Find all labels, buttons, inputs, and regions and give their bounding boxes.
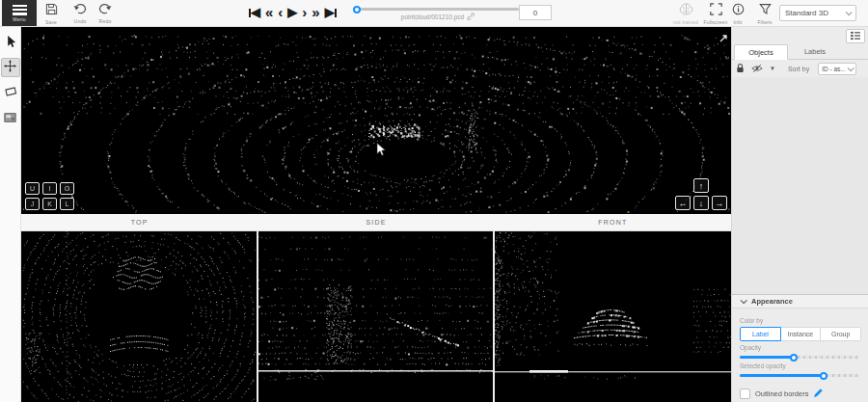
expand-list-button[interactable]: ▼ xyxy=(770,66,775,71)
outlined-borders-row: Outlined borders xyxy=(740,385,860,402)
top-view-label: TOP xyxy=(21,214,258,230)
arrow-up-button[interactable]: ↑ xyxy=(693,178,709,193)
caret-down-icon: ▼ xyxy=(770,66,775,71)
undo-label: Undo xyxy=(74,18,87,24)
brain-icon xyxy=(679,3,693,18)
outlined-borders-checkbox[interactable] xyxy=(740,389,750,399)
hide-all-button[interactable] xyxy=(751,62,763,76)
annotation-app: Menu Save Undo Redo ◀ « ‹ ▶ › » ▶ xyxy=(0,0,868,402)
opacity-slider-handle[interactable] xyxy=(790,354,798,362)
save-label: Save xyxy=(45,19,57,25)
list-icon xyxy=(850,29,861,43)
panel-tabs: Objects Labels xyxy=(732,43,868,60)
previous-frame-button[interactable]: ‹ xyxy=(276,4,285,21)
pointcloud-3d-canvas[interactable] xyxy=(21,27,731,214)
info-button[interactable]: Info xyxy=(725,0,750,27)
arrow-left-button[interactable]: ← xyxy=(675,196,691,210)
key-l-button[interactable]: L xyxy=(60,198,74,210)
appearance-body: Color by Label Instance Group Opacity Se… xyxy=(732,308,868,402)
view-label-strip: TOP SIDE FRONT xyxy=(21,214,731,231)
selected-opacity-slider-handle[interactable] xyxy=(820,372,827,380)
cuboid-tool-button[interactable] xyxy=(1,83,20,102)
nav-arrow-pad: ↑ ← ↓ → xyxy=(675,178,727,210)
image-icon xyxy=(4,111,16,125)
redo-icon xyxy=(98,3,112,17)
skip-to-start-button[interactable]: ◀ xyxy=(247,4,262,21)
key-j-button[interactable]: J xyxy=(25,198,40,210)
tool-rail xyxy=(0,27,21,402)
chevron-down-icon xyxy=(846,9,853,15)
frame-number-input[interactable] xyxy=(519,5,552,20)
selected-opacity-slider-fill xyxy=(740,374,824,377)
selected-opacity-slider[interactable] xyxy=(740,374,859,377)
arrow-right-button[interactable]: → xyxy=(712,196,727,210)
filename-label: pointcloud/001210.pcd xyxy=(401,13,464,20)
fullscreen-label: Fullscreen xyxy=(703,19,727,25)
floppy-icon xyxy=(45,3,58,18)
menu-label: Menu xyxy=(13,16,25,22)
fast-forward-icon: » xyxy=(312,4,319,21)
color-mode-group-button[interactable]: Group xyxy=(821,327,861,341)
panel-layout-button[interactable] xyxy=(846,29,865,43)
top-view-canvas[interactable] xyxy=(21,231,257,402)
color-mode-label-button[interactable]: Label xyxy=(740,327,781,341)
move-tool-button[interactable] xyxy=(1,58,20,77)
cuboid-icon xyxy=(4,86,17,100)
fast-rewind-button[interactable]: « xyxy=(263,4,275,21)
top-toolbar: Menu Save Undo Redo ◀ « ‹ ▶ › » ▶ xyxy=(0,0,868,27)
filter-icon xyxy=(759,3,772,18)
redo-label: Redo xyxy=(99,18,112,24)
fullscreen-icon xyxy=(710,3,722,18)
panel-top-bar xyxy=(732,27,868,43)
right-panel: Objects Labels ▼ Sort by ID - as... Appe… xyxy=(731,27,868,402)
play-icon: ▶ xyxy=(287,4,297,21)
key-o-button[interactable]: O xyxy=(60,182,74,195)
pencil-icon[interactable] xyxy=(813,385,824,402)
skip-end-icon: ▶ xyxy=(325,4,335,21)
info-icon xyxy=(732,3,745,18)
next-frame-button[interactable]: › xyxy=(300,4,309,21)
side-view-label: SIDE xyxy=(258,214,494,230)
tab-objects[interactable]: Objects xyxy=(734,44,788,60)
mode-select-value: Standard 3D xyxy=(785,9,828,17)
hamburger-icon xyxy=(13,5,27,15)
save-button[interactable]: Save xyxy=(39,0,64,27)
ai-model-label: not trained xyxy=(673,19,698,25)
image-view-tool-button[interactable] xyxy=(1,108,20,127)
appearance-section-header[interactable]: Appearance xyxy=(732,294,868,308)
front-view-canvas[interactable] xyxy=(495,231,731,402)
mode-select[interactable]: Standard 3D xyxy=(779,5,856,21)
arrow-down-button[interactable]: ↓ xyxy=(693,196,709,210)
ai-model-button[interactable]: not trained xyxy=(671,0,700,27)
previous-icon: ‹ xyxy=(278,4,283,21)
menu-button[interactable]: Menu xyxy=(2,0,37,26)
sort-select[interactable]: ID - as... xyxy=(818,63,856,75)
key-k-button[interactable]: K xyxy=(42,198,57,210)
pointer-icon xyxy=(5,35,16,51)
link-icon xyxy=(467,13,475,21)
ortho-views xyxy=(21,231,731,402)
next-icon: › xyxy=(302,4,307,21)
viewport-3d[interactable]: U I O J K L ↑ ← ↓ → xyxy=(21,27,731,214)
expand-view-icon[interactable] xyxy=(719,30,728,47)
play-button[interactable]: ▶ xyxy=(285,4,299,21)
tab-labels[interactable]: Labels xyxy=(788,43,842,59)
select-tool-button[interactable] xyxy=(1,33,20,52)
color-mode-instance-button[interactable]: Instance xyxy=(781,327,822,341)
side-view-canvas[interactable] xyxy=(258,231,493,402)
redo-button[interactable]: Redo xyxy=(93,0,118,27)
skip-start-icon: ◀ xyxy=(251,4,260,21)
frame-slider[interactable] xyxy=(357,8,519,11)
undo-button[interactable]: Undo xyxy=(68,0,93,27)
lock-all-button[interactable] xyxy=(736,62,745,76)
outlined-borders-label: Outlined borders xyxy=(755,389,808,398)
object-list[interactable] xyxy=(732,77,868,294)
key-u-button[interactable]: U xyxy=(25,182,40,195)
skip-to-end-button[interactable]: ▶ xyxy=(323,4,339,21)
fast-forward-button[interactable]: » xyxy=(310,4,321,21)
appearance-title: Appearance xyxy=(751,297,793,306)
filters-button[interactable]: Filters xyxy=(752,0,777,27)
color-by-label: Color by xyxy=(740,317,860,324)
opacity-slider[interactable] xyxy=(740,356,859,359)
key-i-button[interactable]: I xyxy=(42,182,57,195)
